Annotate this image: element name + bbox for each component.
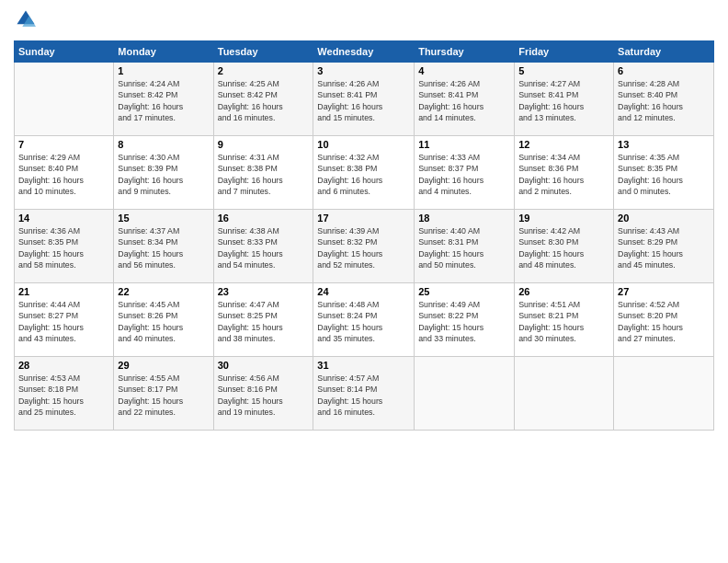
day-number: 25 (418, 286, 510, 297)
col-header-tuesday: Tuesday (213, 41, 313, 63)
day-number: 1 (118, 65, 209, 76)
col-header-friday: Friday (515, 41, 614, 63)
day-cell: 12Sunrise: 4:34 AM Sunset: 8:36 PM Dayli… (515, 136, 614, 210)
day-info: Sunrise: 4:40 AM Sunset: 8:31 PM Dayligh… (418, 225, 510, 270)
day-cell: 8Sunrise: 4:30 AM Sunset: 8:39 PM Daylig… (114, 136, 213, 210)
col-header-saturday: Saturday (614, 41, 714, 63)
day-cell: 3Sunrise: 4:26 AM Sunset: 8:41 PM Daylig… (313, 63, 415, 136)
day-number: 20 (618, 213, 710, 224)
day-info: Sunrise: 4:25 AM Sunset: 8:42 PM Dayligh… (218, 78, 310, 123)
day-number: 17 (317, 213, 410, 224)
day-info: Sunrise: 4:47 AM Sunset: 8:25 PM Dayligh… (218, 299, 310, 344)
day-cell: 13Sunrise: 4:35 AM Sunset: 8:35 PM Dayli… (614, 136, 714, 210)
day-info: Sunrise: 4:51 AM Sunset: 8:21 PM Dayligh… (518, 299, 609, 344)
day-info: Sunrise: 4:42 AM Sunset: 8:30 PM Dayligh… (518, 225, 609, 270)
day-info: Sunrise: 4:37 AM Sunset: 8:34 PM Dayligh… (118, 225, 209, 270)
day-cell (15, 63, 114, 136)
day-cell: 5Sunrise: 4:27 AM Sunset: 8:41 PM Daylig… (515, 63, 614, 136)
day-number: 14 (18, 213, 109, 224)
day-number: 24 (317, 286, 410, 297)
day-info: Sunrise: 4:49 AM Sunset: 8:22 PM Dayligh… (418, 299, 510, 344)
day-cell: 30Sunrise: 4:56 AM Sunset: 8:16 PM Dayli… (213, 357, 313, 431)
day-number: 28 (18, 360, 109, 371)
day-info: Sunrise: 4:27 AM Sunset: 8:41 PM Dayligh… (518, 78, 609, 123)
day-cell: 17Sunrise: 4:39 AM Sunset: 8:32 PM Dayli… (313, 210, 415, 283)
day-info: Sunrise: 4:31 AM Sunset: 8:38 PM Dayligh… (218, 152, 310, 197)
day-cell: 24Sunrise: 4:48 AM Sunset: 8:24 PM Dayli… (313, 283, 415, 357)
day-number: 10 (317, 139, 410, 150)
logo (14, 9, 36, 33)
col-header-thursday: Thursday (415, 41, 515, 63)
day-info: Sunrise: 4:39 AM Sunset: 8:32 PM Dayligh… (317, 225, 410, 270)
day-cell (614, 357, 714, 431)
day-info: Sunrise: 4:44 AM Sunset: 8:27 PM Dayligh… (18, 299, 109, 344)
day-cell: 10Sunrise: 4:32 AM Sunset: 8:38 PM Dayli… (313, 136, 415, 210)
day-number: 6 (618, 65, 710, 76)
day-cell: 29Sunrise: 4:55 AM Sunset: 8:17 PM Dayli… (114, 357, 213, 431)
day-number: 15 (118, 213, 209, 224)
day-number: 26 (518, 286, 609, 297)
day-cell (415, 357, 515, 431)
header-row: SundayMondayTuesdayWednesdayThursdayFrid… (15, 41, 714, 63)
day-cell: 18Sunrise: 4:40 AM Sunset: 8:31 PM Dayli… (415, 210, 515, 283)
day-cell: 14Sunrise: 4:36 AM Sunset: 8:35 PM Dayli… (15, 210, 114, 283)
day-number: 21 (18, 286, 109, 297)
day-cell: 26Sunrise: 4:51 AM Sunset: 8:21 PM Dayli… (515, 283, 614, 357)
day-cell: 20Sunrise: 4:43 AM Sunset: 8:29 PM Dayli… (614, 210, 714, 283)
day-number: 7 (18, 139, 109, 150)
day-cell: 28Sunrise: 4:53 AM Sunset: 8:18 PM Dayli… (15, 357, 114, 431)
day-info: Sunrise: 4:38 AM Sunset: 8:33 PM Dayligh… (218, 225, 310, 270)
day-number: 2 (218, 65, 310, 76)
header (14, 9, 714, 33)
logo-icon (16, 9, 36, 29)
day-cell: 4Sunrise: 4:26 AM Sunset: 8:41 PM Daylig… (415, 63, 515, 136)
day-info: Sunrise: 4:32 AM Sunset: 8:38 PM Dayligh… (317, 152, 410, 197)
calendar-table: SundayMondayTuesdayWednesdayThursdayFrid… (14, 40, 714, 431)
day-info: Sunrise: 4:34 AM Sunset: 8:36 PM Dayligh… (518, 152, 609, 197)
day-cell: 6Sunrise: 4:28 AM Sunset: 8:40 PM Daylig… (614, 63, 714, 136)
day-number: 8 (118, 139, 209, 150)
day-number: 30 (218, 360, 310, 371)
day-info: Sunrise: 4:28 AM Sunset: 8:40 PM Dayligh… (618, 78, 710, 123)
day-cell: 23Sunrise: 4:47 AM Sunset: 8:25 PM Dayli… (213, 283, 313, 357)
page: SundayMondayTuesdayWednesdayThursdayFrid… (0, 0, 728, 563)
day-cell: 15Sunrise: 4:37 AM Sunset: 8:34 PM Dayli… (114, 210, 213, 283)
day-info: Sunrise: 4:29 AM Sunset: 8:40 PM Dayligh… (18, 152, 109, 197)
day-cell: 11Sunrise: 4:33 AM Sunset: 8:37 PM Dayli… (415, 136, 515, 210)
day-number: 12 (518, 139, 609, 150)
day-info: Sunrise: 4:55 AM Sunset: 8:17 PM Dayligh… (118, 373, 209, 418)
day-cell: 22Sunrise: 4:45 AM Sunset: 8:26 PM Dayli… (114, 283, 213, 357)
day-number: 29 (118, 360, 209, 371)
day-cell: 16Sunrise: 4:38 AM Sunset: 8:33 PM Dayli… (213, 210, 313, 283)
week-row-3: 21Sunrise: 4:44 AM Sunset: 8:27 PM Dayli… (15, 283, 714, 357)
day-info: Sunrise: 4:33 AM Sunset: 8:37 PM Dayligh… (418, 152, 510, 197)
day-number: 18 (418, 213, 510, 224)
week-row-1: 7Sunrise: 4:29 AM Sunset: 8:40 PM Daylig… (15, 136, 714, 210)
day-cell: 9Sunrise: 4:31 AM Sunset: 8:38 PM Daylig… (213, 136, 313, 210)
day-info: Sunrise: 4:43 AM Sunset: 8:29 PM Dayligh… (618, 225, 710, 270)
day-cell: 2Sunrise: 4:25 AM Sunset: 8:42 PM Daylig… (213, 63, 313, 136)
day-number: 23 (218, 286, 310, 297)
col-header-wednesday: Wednesday (313, 41, 415, 63)
week-row-0: 1Sunrise: 4:24 AM Sunset: 8:42 PM Daylig… (15, 63, 714, 136)
day-cell: 21Sunrise: 4:44 AM Sunset: 8:27 PM Dayli… (15, 283, 114, 357)
day-info: Sunrise: 4:53 AM Sunset: 8:18 PM Dayligh… (18, 373, 109, 418)
day-cell: 7Sunrise: 4:29 AM Sunset: 8:40 PM Daylig… (15, 136, 114, 210)
day-info: Sunrise: 4:36 AM Sunset: 8:35 PM Dayligh… (18, 225, 109, 270)
week-row-2: 14Sunrise: 4:36 AM Sunset: 8:35 PM Dayli… (15, 210, 714, 283)
day-number: 3 (317, 65, 410, 76)
day-cell: 31Sunrise: 4:57 AM Sunset: 8:14 PM Dayli… (313, 357, 415, 431)
day-info: Sunrise: 4:52 AM Sunset: 8:20 PM Dayligh… (618, 299, 710, 344)
day-number: 22 (118, 286, 209, 297)
day-number: 11 (418, 139, 510, 150)
day-number: 16 (218, 213, 310, 224)
day-info: Sunrise: 4:56 AM Sunset: 8:16 PM Dayligh… (218, 373, 310, 418)
day-info: Sunrise: 4:26 AM Sunset: 8:41 PM Dayligh… (418, 78, 510, 123)
day-cell: 25Sunrise: 4:49 AM Sunset: 8:22 PM Dayli… (415, 283, 515, 357)
col-header-monday: Monday (114, 41, 213, 63)
day-cell: 19Sunrise: 4:42 AM Sunset: 8:30 PM Dayli… (515, 210, 614, 283)
week-row-4: 28Sunrise: 4:53 AM Sunset: 8:18 PM Dayli… (15, 357, 714, 431)
day-number: 13 (618, 139, 710, 150)
col-header-sunday: Sunday (15, 41, 114, 63)
day-info: Sunrise: 4:35 AM Sunset: 8:35 PM Dayligh… (618, 152, 710, 197)
